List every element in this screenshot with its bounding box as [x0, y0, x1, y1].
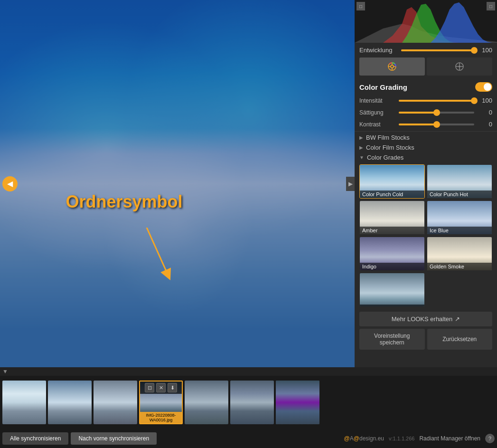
color-film-stocks-category[interactable]: ▶ Color Film Stocks	[355, 143, 497, 153]
external-link-icon: ↗	[455, 315, 460, 323]
arrow-icon	[142, 228, 180, 285]
preset-label-cold: Color Punch Cold	[360, 191, 424, 198]
prev-image-button[interactable]: ◀	[2, 176, 18, 191]
right-panel: □ □ Entwicklung	[355, 0, 497, 367]
mehr-looks-button[interactable]: Mehr LOOKS erhalten ↗	[359, 312, 492, 326]
tab-row	[355, 57, 497, 79]
sattigung-slider[interactable]	[399, 112, 474, 114]
entwicklung-slider[interactable]	[401, 49, 474, 51]
crosshair-icon	[454, 61, 465, 72]
intensitat-row: Intensität 100	[355, 95, 497, 106]
svg-point-9	[459, 66, 460, 67]
color-grades-arrow-icon: ▼	[359, 155, 364, 160]
brand-text: @A@design.eu	[344, 435, 384, 442]
tab-crosshair[interactable]	[427, 57, 492, 76]
preset-golden-smoke[interactable]: Golden Smoke	[427, 237, 492, 271]
image-area: Ordnersymbol ◀ ▶	[0, 0, 355, 367]
entwicklung-label: Entwicklung	[359, 47, 397, 54]
color-grades-label: Color Grades	[367, 154, 403, 161]
upload-folder-btn[interactable]: ⊡	[145, 383, 154, 392]
filmstrip-thumb-3[interactable]	[94, 381, 137, 424]
upload-toolbar: ⊡ ✕ ⬇	[140, 381, 182, 394]
preset-label-amber: Amber	[360, 227, 424, 234]
ordner-label: Ordnersymbol	[66, 192, 182, 212]
entwicklung-row: Entwicklung 100	[355, 43, 497, 57]
histogram-svg	[355, 0, 497, 43]
entwicklung-value: 100	[478, 47, 492, 54]
filmstrip-image-3	[94, 381, 137, 424]
filmstrip-thumb-7[interactable]	[276, 381, 319, 424]
filmstrip-chevron-icon[interactable]: ▼	[2, 368, 8, 375]
bottom-buttons: Mehr LOOKS erhalten ↗ Voreinstellung spe…	[355, 309, 497, 353]
preset-color-punch-hot[interactable]: Color Punch Hot	[427, 164, 492, 199]
histogram-canvas: □ □	[355, 0, 497, 43]
filmstrip-area: ▼ ⊡ ✕ ⬇ IMG-20220808-WA0016.jpg	[0, 367, 497, 429]
filmstrip-thumb-1[interactable]	[2, 381, 46, 424]
filmstrip-image-2	[48, 381, 92, 424]
filmstrip-image-7	[276, 381, 319, 424]
divider-1	[355, 131, 497, 132]
intensitat-label: Intensität	[359, 97, 395, 104]
preset-extra[interactable]	[359, 273, 425, 307]
color-film-label: Color Film Stocks	[366, 144, 414, 151]
filmstrip-thumb-5[interactable]	[185, 381, 228, 424]
bw-film-stocks-category[interactable]: ▶ BW Film Stocks	[355, 133, 497, 143]
color-grading-header: Color Grading	[355, 79, 497, 95]
filmstrip-scroll: ⊡ ✕ ⬇ IMG-20220808-WA0016.jpg	[0, 376, 497, 429]
preset-label-hot: Color Punch Hot	[427, 191, 492, 198]
preset-grid: Color Punch Cold Color Punch Hot Amber I…	[355, 162, 497, 309]
intensitat-value: 100	[478, 97, 492, 104]
preset-ice-blue[interactable]: Ice Blue	[427, 200, 492, 235]
preset-indigo[interactable]: Indigo	[359, 237, 425, 271]
color-grading-title: Color Grading	[359, 83, 471, 91]
filmstrip-thumb-4[interactable]: ⊡ ✕ ⬇ IMG-20220808-WA0016.jpg	[139, 381, 183, 424]
color-grading-toggle[interactable]	[475, 82, 492, 92]
kontrast-slider[interactable]	[399, 124, 474, 125]
histogram-right-btn[interactable]: □	[487, 2, 495, 10]
sattigung-label: Sättigung	[359, 109, 395, 116]
filmstrip-image-6	[230, 381, 274, 424]
kontrast-row: Kontrast 0	[355, 118, 497, 130]
mehr-looks-label: Mehr LOOKS erhalten	[392, 315, 453, 323]
toggle-knob	[484, 83, 491, 91]
kontrast-value: 0	[478, 121, 492, 128]
filmstrip-thumb-6[interactable]	[230, 381, 274, 424]
bw-film-label: BW Film Stocks	[366, 134, 410, 141]
sattigung-row: Sättigung 0	[355, 106, 497, 118]
upload-overlay: ⊡ ✕ ⬇ IMG-20220808-WA0016.jpg	[140, 381, 182, 423]
sync-forward-button[interactable]: Nach vorne synchronisieren	[71, 432, 157, 445]
preset-color-punch-cold[interactable]: Color Punch Cold	[359, 164, 425, 199]
help-button[interactable]: ?	[485, 434, 495, 443]
tab-color-wheel[interactable]	[359, 57, 425, 76]
color-wheel-icon	[387, 61, 397, 72]
intensitat-slider[interactable]	[399, 100, 474, 102]
preset-label-golden: Golden Smoke	[427, 263, 492, 270]
svg-point-3	[391, 65, 394, 68]
kontrast-label: Kontrast	[359, 121, 395, 128]
color-grades-category[interactable]: ▼ Color Grades	[355, 153, 497, 162]
upload-filename: IMG-20220808-WA0016.jpg	[140, 412, 182, 423]
zuruecksetzen-button[interactable]: Zurücksetzen	[427, 329, 493, 350]
main-image: Ordnersymbol	[0, 0, 355, 367]
preset-label-indigo: Indigo	[360, 263, 424, 270]
upload-close-btn[interactable]: ✕	[156, 383, 166, 392]
collapse-panel-arrow[interactable]: ▶	[346, 177, 355, 191]
filmstrip-thumb-2[interactable]	[48, 381, 92, 424]
bw-arrow-icon: ▶	[359, 135, 363, 140]
bottom-right-area: @A@design.eu v:1.1.1.266 Radiant Manager…	[344, 434, 495, 443]
upload-download-btn[interactable]: ⬇	[168, 383, 177, 392]
preset-amber[interactable]: Amber	[359, 200, 425, 235]
voreinstellung-button[interactable]: Voreinstellung speichern	[359, 329, 425, 350]
preset-label-ice-blue: Ice Blue	[427, 227, 492, 234]
filmstrip-image-1	[2, 381, 46, 424]
sattigung-value: 0	[478, 109, 492, 116]
svg-line-0	[147, 228, 168, 275]
filmstrip-top: ▼	[0, 367, 497, 376]
preset-label-extra	[360, 305, 424, 306]
preset-thumb-extra	[360, 273, 424, 306]
filmstrip-image-5	[185, 381, 228, 424]
version-text: v:1.1.1.266	[389, 436, 414, 441]
sync-all-button[interactable]: Alle synchronisieren	[2, 432, 68, 445]
histogram-left-btn[interactable]: □	[356, 2, 365, 10]
radiant-manager-button[interactable]: Radiant Manager öffnen	[419, 435, 480, 442]
